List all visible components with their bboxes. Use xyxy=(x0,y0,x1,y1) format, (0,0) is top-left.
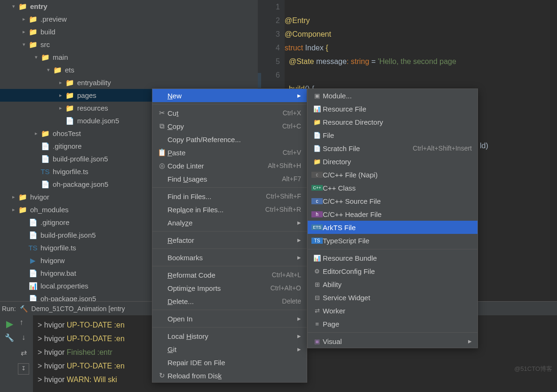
tree-item-entry[interactable]: ▾📁entry xyxy=(0,0,261,13)
page-icon: ≡ xyxy=(311,320,323,328)
tree-item-entryability[interactable]: ▸📁entryability xyxy=(0,76,261,89)
menu2-c-source[interactable]: cC/C++ Source File xyxy=(308,194,477,208)
up-arrow-icon[interactable]: ↑ xyxy=(16,318,27,329)
menu2-page[interactable]: ≡Page xyxy=(308,317,477,330)
menu2-resource-bundle[interactable]: 📊Resource Bundle xyxy=(308,251,477,264)
menu-find-usages[interactable]: Find UsagesAlt+F7 xyxy=(152,172,307,185)
menu-reformat[interactable]: Reformat CodeCtrl+Alt+L xyxy=(152,268,307,281)
tree-item-src[interactable]: ▾📁src xyxy=(0,38,261,51)
menu-open-in[interactable]: Open In▸ xyxy=(152,312,307,325)
export-icon[interactable]: ↧ xyxy=(18,363,29,375)
menu-delete[interactable]: Delete...Delete xyxy=(152,295,307,308)
menu-copy[interactable]: ⧉CopyCtrl+C xyxy=(152,120,307,133)
menu2-typescript[interactable]: TSTypeScript File xyxy=(308,234,477,247)
file-icon: 📊 xyxy=(311,105,323,112)
ts-icon: TS xyxy=(311,238,323,244)
menu2-resource-dir[interactable]: 📁Resource Directory xyxy=(308,115,477,128)
menu-copy-path[interactable]: Copy Path/Reference... xyxy=(152,133,307,146)
module-icon: ▣ xyxy=(311,92,323,99)
linter-icon: ◎ xyxy=(156,161,167,170)
folder-icon: 📁 xyxy=(311,158,323,165)
file-icon: 📄 xyxy=(311,132,323,139)
run-button[interactable]: ▶ xyxy=(6,318,13,329)
menu2-module[interactable]: ▣Module... xyxy=(308,89,477,102)
menu-bookmarks[interactable]: Bookmarks▸ xyxy=(152,251,307,264)
console-toolbar: ▶ ↑ 🔧 ↓ ⇄ ↧ xyxy=(0,315,33,392)
menu-git[interactable]: Git▸ xyxy=(152,343,307,356)
cpp-icon: C++ xyxy=(311,185,323,191)
menu-analyze[interactable]: Analyze▸ xyxy=(152,216,307,229)
cut-icon: ✂ xyxy=(156,109,167,117)
minimap-selection xyxy=(258,73,261,88)
menu2-service-widget[interactable]: ⊟Service Widget xyxy=(308,291,477,304)
menu-reload-disk[interactable]: ↻Reload from Disk xyxy=(152,369,307,382)
menu-local-history[interactable]: Local History▸ xyxy=(152,329,307,343)
tree-item-ets[interactable]: ▾📁ets xyxy=(0,64,261,76)
context-menu: New▸ ✂CutCtrl+X ⧉CopyCtrl+C Copy Path/Re… xyxy=(152,88,307,383)
menu2-worker[interactable]: ⇄Worker xyxy=(308,304,477,317)
visual-icon: ▣ xyxy=(311,338,323,345)
watermark: @51CTO博客 xyxy=(514,365,552,373)
c-icon: c xyxy=(311,172,323,178)
menu2-file[interactable]: 📄File xyxy=(308,128,477,142)
menu2-directory[interactable]: 📁Directory xyxy=(308,155,477,168)
widget-icon: ⊟ xyxy=(311,294,323,301)
menu-find-in-files[interactable]: Find in Files...Ctrl+Shift+F xyxy=(152,190,307,203)
copy-icon: ⧉ xyxy=(156,122,167,130)
menu2-c-napi[interactable]: cC/C++ File (Napi) xyxy=(308,168,477,181)
menu2-scratch-file[interactable]: 📄Scratch FileCtrl+Alt+Shift+Insert xyxy=(308,142,477,155)
gear-icon: ⚙ xyxy=(311,268,323,275)
run-config-name[interactable]: Demo_51CTO_Animation [entry xyxy=(32,305,125,312)
tree-item-preview[interactable]: ▸📁.preview xyxy=(0,13,261,25)
arkts-icon: ETS xyxy=(311,224,323,230)
scratch-icon: 📄 xyxy=(311,145,323,152)
menu-code-linter[interactable]: ◎Code LinterAlt+Shift+H xyxy=(152,159,307,172)
folder-icon: 📁 xyxy=(311,119,323,126)
menu2-ability[interactable]: ⊞Ability xyxy=(308,278,477,291)
menu-cut[interactable]: ✂CutCtrl+X xyxy=(152,106,307,120)
new-submenu: ▣Module... 📊Resource File 📁Resource Dire… xyxy=(307,88,478,348)
menu-refactor[interactable]: Refactor▸ xyxy=(152,233,307,247)
menu2-resource-file[interactable]: 📊Resource File xyxy=(308,102,477,115)
ability-icon: ⊞ xyxy=(311,281,323,288)
menu2-visual[interactable]: ▣Visual▸ xyxy=(308,335,477,348)
code-snippet-bold: ld) xyxy=(480,141,488,150)
menu2-cpp-class[interactable]: C++C++ Class xyxy=(308,181,477,194)
menu-new[interactable]: New▸ xyxy=(152,89,307,102)
h-icon: h xyxy=(311,211,323,217)
menu-paste[interactable]: 📋PasteCtrl+V xyxy=(152,146,307,159)
run-label: Run: xyxy=(2,305,16,312)
reload-icon: ↻ xyxy=(156,371,167,380)
menu-replace-in-files[interactable]: Replace in Files...Ctrl+Shift+R xyxy=(152,203,307,216)
tree-item-main[interactable]: ▾📁main xyxy=(0,51,261,64)
paste-icon: 📋 xyxy=(156,148,167,157)
menu-optimize-imports[interactable]: Optimize ImportsCtrl+Alt+O xyxy=(152,281,307,295)
tree-item-build[interactable]: ▸📁build xyxy=(0,25,261,38)
wrap-icon[interactable]: ⇄ xyxy=(18,348,29,360)
menu-repair-ide[interactable]: Repair IDE on File xyxy=(152,356,307,369)
c-source-icon: c xyxy=(311,198,323,204)
worker-icon: ⇄ xyxy=(311,307,323,314)
menu2-c-header[interactable]: hC/C++ Header File xyxy=(308,208,477,221)
hammer-icon: 🔨 xyxy=(20,305,28,312)
menu2-arkts-file[interactable]: ETSArkTS File xyxy=(308,221,477,234)
tool-icon[interactable]: 🔧 xyxy=(4,333,15,344)
menu2-editorconfig[interactable]: ⚙EditorConfig File xyxy=(308,264,477,278)
down-arrow-icon[interactable]: ↓ xyxy=(18,333,29,344)
bundle-icon: 📊 xyxy=(311,255,323,262)
